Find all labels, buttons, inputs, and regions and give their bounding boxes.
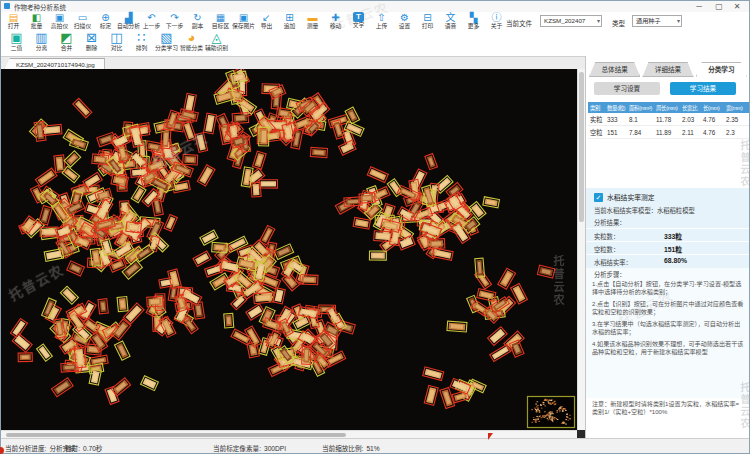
measure-icon: ▬ [308, 12, 318, 23]
scrollbar-corner [577, 430, 585, 438]
table-header-cell: 数量(粒) [605, 104, 627, 112]
append-icon: ⊞ [285, 12, 293, 23]
app-icon [4, 3, 10, 9]
table-header-cell: 类别 [588, 104, 605, 112]
toolbar-arrange[interactable]: ∷排列 [129, 31, 154, 56]
toolbar-smart-classify[interactable]: ◕智能分类 [179, 31, 204, 56]
close-button[interactable]: ✕ [730, 2, 744, 11]
export-icon: ↙ [262, 12, 270, 23]
toolbar-compare[interactable]: ◫对比 [104, 31, 129, 56]
duplicate-label: 副本 [192, 23, 204, 29]
open-label: 打开 [8, 23, 20, 29]
toolbar-batch[interactable]: ◧批量 [25, 12, 48, 30]
analysis-step: 4.如果该水稻品种识别效果不理想，可手动筛选出若干该品种实粒和空粒，用于新建水稻… [592, 340, 744, 356]
target-area-label: 目标区 [212, 23, 229, 29]
vertical-scrollbar-thumb[interactable] [579, 72, 584, 222]
learn-settings-button[interactable]: 学习设置 [594, 82, 660, 95]
redo-icon: ↷ [170, 12, 178, 23]
rice-rate-checkbox[interactable]: ✓ [594, 193, 603, 202]
auto-analyze-label: 自动分析 [117, 23, 140, 29]
settings-label: 设置 [399, 23, 411, 29]
toolbar-merge[interactable]: ◩合并 [54, 31, 79, 56]
toolbar-class-learning[interactable]: ▧分类学习 [154, 31, 179, 56]
analysis-step: 2.点击【识别】按钮，可在分析图片中通过对应颜色查看实粒和空粒的识别效果； [592, 300, 744, 316]
toolbar-text[interactable]: T文字 [347, 12, 370, 30]
current-model-line: 当前水稻结实率模型：水稻稻粒模型 [594, 206, 695, 215]
toolbar-undo[interactable]: ↶上一步 [140, 12, 163, 30]
table-cell: 2.35 [724, 116, 744, 123]
analysis-canvas[interactable] [0, 69, 577, 430]
toolbar-calibrate[interactable]: ⊕标定 [94, 12, 117, 30]
toolbar-append[interactable]: ⊞追加 [278, 12, 301, 30]
batch-icon: ◧ [32, 12, 41, 23]
separate-label: 分离 [36, 45, 48, 51]
table-cell: 实粒 [588, 115, 605, 124]
toolbar-redo[interactable]: ↷下一步 [163, 12, 186, 30]
table-row[interactable]: 空粒1517.8411.892.114.762.3 [588, 126, 749, 139]
tab-classify[interactable]: 分类学习 [696, 62, 747, 77]
class-learning-icon: ▧ [160, 31, 172, 45]
table-header-cell: 长宽比 [680, 104, 701, 112]
table-header-cell: 面积(mm²) [627, 104, 654, 112]
table-cell: 2.03 [680, 116, 701, 123]
save-image-icon: ▣ [239, 12, 248, 23]
toolbar-binarize[interactable]: ▣二值 [4, 31, 29, 56]
toolbar-voice[interactable]: 文语音 [439, 12, 462, 30]
result-label: 空粒数： [594, 245, 619, 254]
status-calibration-dpi: 当前标定像素量:300DPI [213, 443, 286, 453]
horizontal-scrollbar-thumb[interactable] [6, 433, 346, 437]
result-label: 实粒数： [594, 232, 619, 241]
toolbar-row2: ▣二值▥分离◩合并⊠删除◫对比∷排列▧分类学习◕智能分类◬辅助识别 [4, 31, 304, 56]
current-file-select[interactable]: KZSM_202407▾ [540, 15, 602, 27]
toolbar-move[interactable]: ✚移动 [324, 12, 347, 30]
current-file-value: KZSM_202407 [544, 17, 585, 24]
toolbar-assist-recognize[interactable]: ◬辅助识别 [204, 31, 229, 56]
toolbar-delete[interactable]: ⊠删除 [79, 31, 104, 56]
learn-result-button[interactable]: 学习结果 [670, 82, 736, 95]
toolbar-auto-analyze[interactable]: ▟自动分析 [117, 12, 140, 30]
result-label: 水稻结实率： [594, 258, 632, 267]
table-header-cell: 周长(mm) [654, 104, 680, 112]
minimize-button[interactable]: ─ [692, 2, 706, 11]
chevron-down-icon: ▾ [597, 16, 600, 26]
table-cell: 8.1 [627, 116, 654, 123]
target-area-icon: ▦ [216, 12, 225, 23]
table-header-cell: 宽(mm) [724, 104, 744, 112]
toolbar-open[interactable]: ▤打开 [2, 12, 25, 30]
assist-recognize-icon: ◬ [212, 31, 222, 45]
toolbar-measure[interactable]: ▬测量 [301, 12, 324, 30]
table-row[interactable]: 实粒3338.111.782.034.762.35 [588, 113, 749, 126]
toolbar-more[interactable]: ▚更多 [462, 12, 485, 30]
duplicate-icon: ↻ [193, 12, 201, 23]
arrange-icon: ∷ [137, 31, 145, 45]
toolbar-print[interactable]: ⊟打印 [416, 12, 439, 30]
auto-analyze-icon: ▟ [125, 12, 133, 23]
toolbar-duplicate[interactable]: ↻副本 [186, 12, 209, 30]
toolbar-doc-camera[interactable]: ▣高拍仪 [48, 12, 71, 30]
toolbar-export[interactable]: ↙导出 [255, 12, 278, 30]
analysis-step: 3.在学习结果中（勾选水稻结实率测定），可自动分析出水稻的结实率； [592, 320, 744, 336]
rice-rate-checkbox-row[interactable]: ✓ 水稻结实率测定 [594, 192, 655, 202]
status-label: 当前缩放比例: [322, 445, 363, 452]
toolbar-save-image[interactable]: ▣保存图片 [232, 12, 255, 30]
assist-recognize-label: 辅助识别 [205, 45, 228, 51]
type-select[interactable]: 通用种子▾ [632, 15, 682, 27]
tab-overall[interactable]: 总体结果 [589, 62, 640, 77]
voice-label: 语音 [445, 23, 457, 29]
toolbar-separate[interactable]: ▥分离 [29, 31, 54, 56]
tab-detail[interactable]: 详细结果 [642, 62, 693, 77]
status-zoom-ratio: 当前缩放比例:51% [322, 443, 380, 453]
maximize-button[interactable]: ▢ [712, 2, 726, 11]
calibrate-icon: ⊕ [101, 12, 109, 23]
vertical-scrollbar[interactable] [577, 69, 585, 430]
toolbar-scanner[interactable]: ▭扫描仪 [71, 12, 94, 30]
binarize-icon: ▣ [10, 31, 22, 45]
table-cell: 4.76 [701, 129, 724, 136]
status-label: 耗时: [65, 445, 80, 452]
toolbar-settings[interactable]: ⚙设置 [393, 12, 416, 30]
analysis-image-area[interactable] [0, 69, 577, 430]
table-cell: 333 [605, 116, 627, 123]
toolbar-target-area[interactable]: ▦目标区 [209, 12, 232, 30]
arrange-label: 排列 [136, 45, 148, 51]
toolbar-upload[interactable]: ⇧上传 [370, 12, 393, 30]
